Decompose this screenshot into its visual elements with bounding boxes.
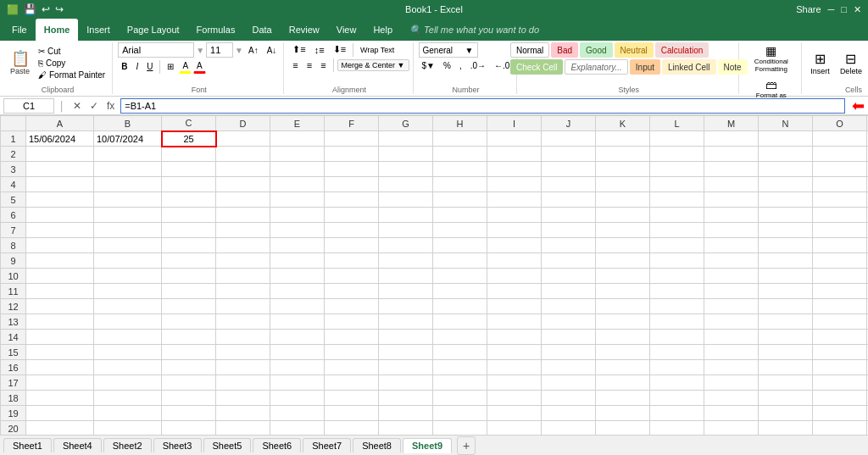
tab-page-layout[interactable]: Page Layout: [119, 19, 188, 41]
cell-M16[interactable]: [704, 360, 759, 375]
cell-G10[interactable]: [379, 269, 433, 284]
cell-I19[interactable]: [487, 406, 542, 421]
cell-H17[interactable]: [433, 375, 487, 391]
cell-A20[interactable]: [26, 421, 94, 436]
cell-H20[interactable]: [433, 421, 487, 436]
cell-O19[interactable]: [813, 406, 867, 421]
increase-font-button[interactable]: A↑: [245, 44, 262, 57]
insert-cells-button[interactable]: ⊞ Insert: [807, 49, 833, 77]
col-header-D[interactable]: D: [216, 116, 270, 131]
cell-I12[interactable]: [487, 299, 542, 314]
cell-H5[interactable]: [433, 192, 487, 208]
cell-N16[interactable]: [759, 360, 813, 375]
cell-L3[interactable]: [650, 162, 704, 177]
cell-O16[interactable]: [813, 360, 867, 375]
cell-D15[interactable]: [216, 345, 270, 360]
cell-N1[interactable]: [759, 131, 813, 147]
cell-M13[interactable]: [704, 314, 759, 330]
middle-align-button[interactable]: ↕≡: [311, 43, 328, 57]
cell-J10[interactable]: [542, 269, 596, 284]
cell-I17[interactable]: [487, 375, 542, 391]
cell-C9[interactable]: [162, 253, 216, 269]
cell-G7[interactable]: [379, 223, 433, 238]
cancel-formula-icon[interactable]: ✕: [70, 100, 84, 112]
cell-L8[interactable]: [650, 238, 704, 253]
cell-H1[interactable]: [433, 131, 487, 147]
cell-D12[interactable]: [216, 299, 270, 314]
col-header-E[interactable]: E: [270, 116, 325, 131]
formula-input[interactable]: [120, 98, 845, 114]
cell-C15[interactable]: [162, 345, 216, 360]
cell-G12[interactable]: [379, 299, 433, 314]
cell-I8[interactable]: [487, 238, 542, 253]
minimize-icon[interactable]: ─: [828, 4, 835, 14]
cell-I2[interactable]: [487, 147, 542, 162]
cell-D16[interactable]: [216, 360, 270, 375]
cell-I18[interactable]: [487, 391, 542, 406]
cell-C8[interactable]: [162, 238, 216, 253]
cell-K19[interactable]: [596, 406, 650, 421]
cell-J9[interactable]: [542, 253, 596, 269]
bad-style[interactable]: Bad: [551, 42, 578, 58]
cell-F20[interactable]: [325, 421, 379, 436]
cell-E6[interactable]: [270, 208, 325, 223]
wrap-text-button[interactable]: Wrap Text: [357, 44, 398, 56]
cell-J4[interactable]: [542, 177, 596, 192]
sheet-tab-sheet2[interactable]: Sheet2: [103, 438, 152, 452]
cell-M8[interactable]: [704, 238, 759, 253]
cell-M10[interactable]: [704, 269, 759, 284]
cell-O20[interactable]: [813, 421, 867, 436]
input-style[interactable]: Input: [630, 59, 660, 75]
format-painter-button[interactable]: 🖌 Format Painter: [35, 69, 108, 80]
cell-M2[interactable]: [704, 147, 759, 162]
cell-B19[interactable]: [94, 406, 162, 421]
cell-C7[interactable]: [162, 223, 216, 238]
cell-A7[interactable]: [26, 223, 94, 238]
cell-O7[interactable]: [813, 223, 867, 238]
cell-N3[interactable]: [759, 162, 813, 177]
cell-D10[interactable]: [216, 269, 270, 284]
cell-A11[interactable]: [26, 284, 94, 299]
cell-K3[interactable]: [596, 162, 650, 177]
font-name-input[interactable]: [118, 42, 194, 58]
cell-G4[interactable]: [379, 177, 433, 192]
col-header-L[interactable]: L: [650, 116, 704, 131]
cell-N5[interactable]: [759, 192, 813, 208]
cell-H14[interactable]: [433, 330, 487, 345]
cell-C5[interactable]: [162, 192, 216, 208]
cell-K2[interactable]: [596, 147, 650, 162]
cell-B15[interactable]: [94, 345, 162, 360]
cell-B8[interactable]: [94, 238, 162, 253]
cell-L11[interactable]: [650, 284, 704, 299]
cell-C1[interactable]: 25: [162, 131, 216, 147]
col-header-C[interactable]: C: [162, 116, 216, 131]
cell-N2[interactable]: [759, 147, 813, 162]
cell-D5[interactable]: [216, 192, 270, 208]
cell-M7[interactable]: [704, 223, 759, 238]
cell-E10[interactable]: [270, 269, 325, 284]
cell-J18[interactable]: [542, 391, 596, 406]
cell-L18[interactable]: [650, 391, 704, 406]
cell-A4[interactable]: [26, 177, 94, 192]
cell-E11[interactable]: [270, 284, 325, 299]
cell-L17[interactable]: [650, 375, 704, 391]
cell-C19[interactable]: [162, 406, 216, 421]
cell-G14[interactable]: [379, 330, 433, 345]
cell-I9[interactable]: [487, 253, 542, 269]
cell-N17[interactable]: [759, 375, 813, 391]
cell-F16[interactable]: [325, 360, 379, 375]
cell-N10[interactable]: [759, 269, 813, 284]
cell-H15[interactable]: [433, 345, 487, 360]
cell-N11[interactable]: [759, 284, 813, 299]
cell-O14[interactable]: [813, 330, 867, 345]
cell-H3[interactable]: [433, 162, 487, 177]
cell-O4[interactable]: [813, 177, 867, 192]
cell-B2[interactable]: [94, 147, 162, 162]
cell-A3[interactable]: [26, 162, 94, 177]
cell-B6[interactable]: [94, 208, 162, 223]
cell-G2[interactable]: [379, 147, 433, 162]
paste-button[interactable]: 📋 Paste: [7, 49, 33, 77]
cell-I16[interactable]: [487, 360, 542, 375]
cell-J8[interactable]: [542, 238, 596, 253]
tab-tell-me[interactable]: 🔍 Tell me what you want to do: [401, 19, 548, 41]
